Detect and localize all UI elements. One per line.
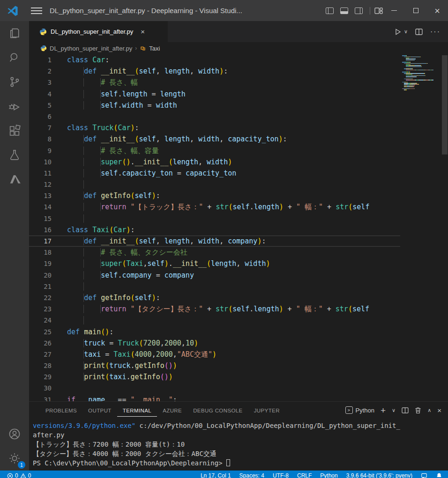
run-python-file-button[interactable]: ∨ (394, 28, 408, 36)
titlebar-separator (370, 7, 370, 15)
maximize-panel-icon[interactable]: ∧ (427, 407, 431, 413)
tab-dl-python-super-init-after[interactable]: DL_python_super_init_after.py × (29, 21, 168, 42)
editor-tab-bar: DL_python_super_init_after.py × ∨ ··· (29, 21, 448, 42)
breadcrumb-file[interactable]: DL_python_super_init_after.py (50, 45, 132, 52)
maximize-button[interactable] (405, 0, 426, 21)
code-line[interactable]: 23 return "【タクシー】長さ：" + str(self.length)… (29, 303, 400, 315)
terminal-output[interactable]: versions/3.9.6/python.exe" c:/dev/Python… (29, 419, 448, 471)
tab-label: DL_python_super_init_after.py (51, 28, 133, 35)
split-editor-icon[interactable] (415, 29, 423, 35)
code-line[interactable]: 30 (29, 382, 400, 394)
split-terminal-icon[interactable] (402, 407, 409, 413)
code-line[interactable]: 28 print(truck.getInfo()) (29, 360, 400, 371)
status-item[interactable]: Ln 17, Col 1 (201, 472, 231, 478)
terminal-shell-label: Python (356, 407, 374, 414)
account-icon[interactable] (0, 422, 29, 446)
code-line[interactable]: 12 (29, 179, 400, 190)
code-line[interactable]: 8 def __init__(self, length, width, capa… (29, 133, 400, 145)
breadcrumb-separator: › (135, 45, 137, 51)
problems-status[interactable]: 0 0 (5, 472, 33, 478)
toggle-sidebar-icon[interactable] (326, 7, 334, 14)
code-line[interactable]: 16class Taxi(Car): (29, 224, 400, 235)
code-line[interactable]: 27 taxi = Taxi(4000,2000,"ABC交通") (29, 349, 400, 360)
toggle-secondary-sidebar-icon[interactable] (355, 7, 363, 14)
code-line[interactable]: 3 # 長さ、幅 (29, 77, 400, 88)
minimap[interactable] (402, 55, 441, 90)
line-number: 20 (29, 270, 52, 281)
code-line[interactable]: 14 return "【トラック】長さ：" + str(self.length)… (29, 201, 400, 213)
line-number: 25 (29, 326, 52, 338)
panel-tab-output[interactable]: OUTPUT (82, 404, 117, 416)
line-number: 3 (29, 77, 52, 88)
code-line[interactable]: 21 (29, 281, 400, 292)
run-icon (394, 28, 402, 36)
new-terminal-icon[interactable]: + (381, 406, 386, 415)
panel-tab-jupyter[interactable]: JUPYTER (248, 404, 285, 416)
breadcrumb-symbol[interactable]: Taxi (149, 45, 160, 52)
line-number: 27 (29, 349, 52, 360)
minimize-button[interactable] (383, 0, 405, 21)
editor-scrollbar[interactable] (442, 55, 448, 154)
code-line[interactable]: 17 def __init__(self, length, width, com… (29, 235, 400, 247)
more-actions-icon[interactable]: ··· (430, 28, 441, 36)
code-line[interactable]: 7class Truck(Car): (29, 122, 400, 133)
search-icon[interactable] (0, 45, 29, 70)
panel-tab-problems[interactable]: PROBLEMS (40, 404, 82, 416)
status-item[interactable]: Spaces: 4 (239, 472, 264, 478)
panel-tab-azure[interactable]: AZURE (157, 404, 187, 416)
status-item[interactable]: CRLF (297, 472, 312, 478)
terminal-line: after.py (33, 430, 448, 440)
line-number: 29 (29, 371, 52, 382)
explorer-icon[interactable] (0, 21, 29, 45)
code-line[interactable]: 19 super(Taxi,self).__init__(length, wid… (29, 258, 400, 269)
testing-icon[interactable] (0, 143, 29, 167)
extensions-icon[interactable] (0, 118, 29, 143)
run-dropdown-chevron-icon[interactable]: ∨ (404, 29, 408, 35)
code-line[interactable]: 4 self.length = length (29, 88, 400, 100)
source-control-icon[interactable] (0, 70, 29, 94)
status-item[interactable]: UTF-8 (273, 472, 289, 478)
settings-badge: 1 (18, 461, 25, 469)
menu-hamburger-icon[interactable] (31, 7, 42, 14)
close-window-button[interactable]: × (426, 0, 448, 21)
kill-terminal-trash-icon[interactable] (415, 407, 421, 414)
code-line[interactable]: 15 (29, 213, 400, 224)
settings-gear-icon[interactable]: 1 (0, 446, 29, 471)
error-count: 0 (15, 472, 18, 478)
line-number: 1 (29, 54, 52, 66)
code-line[interactable]: 18 # 長さ、幅、タクシー会社 (29, 247, 400, 258)
code-line[interactable]: 29 print(taxi.getInfo()) (29, 371, 400, 382)
code-line[interactable]: 24 (29, 315, 400, 326)
code-line[interactable]: 25def main(): (29, 326, 400, 338)
run-debug-icon[interactable] (0, 94, 29, 118)
close-panel-icon[interactable]: × (437, 406, 441, 414)
code-line[interactable]: 31if __name__ == "__main__": (29, 394, 400, 401)
symbol-class-icon (140, 45, 146, 51)
status-item[interactable]: Python (320, 472, 337, 478)
feedback-icon[interactable] (421, 472, 427, 478)
customize-layout-icon[interactable] (374, 7, 383, 15)
minimap-line (402, 89, 441, 90)
code-editor[interactable]: 1class Car:2 def __init__(self, length, … (29, 54, 448, 401)
azure-icon[interactable] (0, 167, 29, 191)
terminal-dropdown-chevron-icon[interactable]: ∨ (392, 407, 396, 413)
code-line[interactable]: 5 self.width = width (29, 100, 400, 111)
code-line[interactable]: 26 truck = Truck(7200,2000,10) (29, 338, 400, 349)
code-line[interactable]: 9 # 長さ、幅、容量 (29, 145, 400, 156)
code-line[interactable]: 13 def getInfo(self): (29, 190, 400, 201)
code-line[interactable]: 1class Car: (29, 54, 400, 66)
code-line[interactable]: 11 self.capacity_ton = capacity_ton (29, 168, 400, 179)
terminal-profile-chip[interactable]: > Python (345, 406, 374, 414)
bell-icon[interactable] (436, 472, 442, 478)
panel-tab-debug-console[interactable]: DEBUG CONSOLE (187, 404, 248, 416)
line-number: 28 (29, 360, 52, 371)
code-line[interactable]: 10 super().__init__(length, width) (29, 156, 400, 168)
code-line[interactable]: 20 self.company = company (29, 270, 400, 281)
panel-tab-terminal[interactable]: TERMINAL (117, 404, 157, 417)
status-item[interactable]: 3.9.6 64-bit ('3.9.6': pyenv) (346, 472, 412, 478)
toggle-panel-icon[interactable] (340, 7, 348, 14)
code-line[interactable]: 22 def getInfo(self): (29, 292, 400, 303)
code-line[interactable]: 6 (29, 111, 400, 122)
tab-close-icon[interactable]: × (141, 28, 145, 36)
code-line[interactable]: 2 def __init__(self, length, width): (29, 66, 400, 77)
